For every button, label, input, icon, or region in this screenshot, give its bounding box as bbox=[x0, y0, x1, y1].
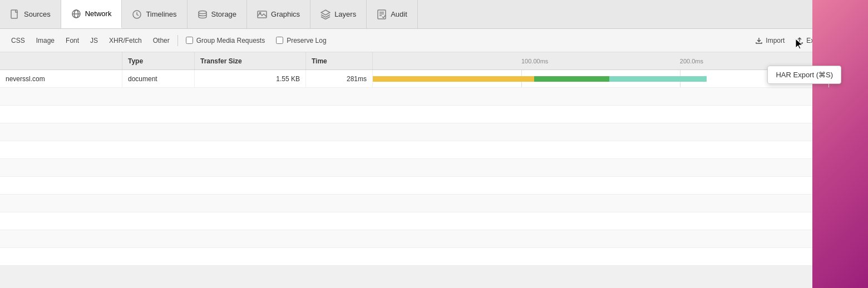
tab-storage[interactable]: Storage bbox=[188, 0, 248, 28]
row-size: 1.55 KB bbox=[195, 70, 306, 87]
filter-other[interactable]: Other bbox=[147, 34, 175, 47]
clock-icon bbox=[132, 9, 142, 19]
image-icon bbox=[257, 9, 267, 19]
filter-xhr[interactable]: XHR/Fetch bbox=[103, 34, 147, 47]
layers-icon bbox=[320, 9, 331, 19]
import-button[interactable]: Import bbox=[749, 34, 790, 47]
col-header-type[interactable]: Type bbox=[122, 52, 195, 69]
empty-row bbox=[0, 106, 868, 123]
tab-timelines-label: Timelines bbox=[146, 10, 176, 18]
tab-graphics-label: Graphics bbox=[271, 10, 300, 18]
empty-row bbox=[0, 230, 868, 248]
empty-row bbox=[0, 159, 868, 177]
tab-sources-label: Sources bbox=[24, 10, 51, 18]
timeline-bars bbox=[373, 76, 707, 82]
svg-marker-8 bbox=[321, 10, 330, 15]
table-header: Type Transfer Size Time 100.00ms 200.0ms bbox=[0, 52, 868, 70]
tab-timelines[interactable]: Timelines bbox=[122, 0, 187, 28]
file-icon bbox=[10, 9, 20, 19]
preserve-log-checkbox[interactable] bbox=[276, 37, 283, 44]
col-header-size[interactable]: Transfer Size bbox=[195, 52, 306, 69]
empty-row bbox=[0, 123, 868, 141]
storage-icon bbox=[198, 9, 208, 19]
empty-row bbox=[0, 195, 868, 212]
svg-rect-0 bbox=[11, 10, 17, 18]
empty-row bbox=[0, 88, 868, 106]
tab-audit-label: Audit bbox=[391, 10, 407, 18]
svg-point-5 bbox=[199, 11, 206, 13]
right-gradient-panel bbox=[812, 0, 868, 288]
group-media-checkbox-label[interactable]: Group Media Requests bbox=[180, 34, 270, 47]
timeline-marker-1: 100.00ms bbox=[521, 58, 548, 64]
row-name: neverssl.com bbox=[0, 70, 122, 87]
empty-row bbox=[0, 248, 868, 266]
tab-spacer bbox=[418, 0, 820, 28]
group-media-checkbox[interactable] bbox=[186, 37, 193, 44]
tab-network-label: Network bbox=[85, 9, 112, 18]
bar-teal bbox=[609, 76, 707, 82]
tab-layers-label: Layers bbox=[334, 10, 356, 18]
empty-row bbox=[0, 177, 868, 195]
timeline-marker-2: 200.0ms bbox=[680, 58, 703, 64]
filter-js[interactable]: JS bbox=[85, 34, 103, 47]
cursor-icon bbox=[795, 38, 805, 51]
filter-separator bbox=[177, 35, 178, 46]
svg-rect-9 bbox=[378, 10, 386, 19]
empty-row bbox=[0, 141, 868, 159]
row-time: 281ms bbox=[306, 70, 373, 87]
har-export-tooltip: HAR Export (⌘S) bbox=[767, 66, 841, 84]
col-header-time[interactable]: Time bbox=[306, 52, 373, 69]
tab-layers[interactable]: Layers bbox=[310, 0, 367, 28]
bar-green bbox=[534, 76, 609, 82]
table-row[interactable]: neverssl.com document 1.55 KB 281ms bbox=[0, 70, 868, 88]
filter-font[interactable]: Font bbox=[60, 34, 85, 47]
col-header-name bbox=[0, 52, 122, 69]
table-body: neverssl.com document 1.55 KB 281ms bbox=[0, 70, 868, 288]
audit-icon bbox=[377, 9, 387, 19]
tab-graphics[interactable]: Graphics bbox=[247, 0, 310, 28]
filter-image[interactable]: Image bbox=[31, 34, 60, 47]
empty-row bbox=[0, 212, 868, 230]
network-icon bbox=[71, 9, 81, 19]
tab-network[interactable]: Network bbox=[61, 0, 122, 28]
tab-audit[interactable]: Audit bbox=[367, 0, 418, 28]
tab-storage-label: Storage bbox=[211, 10, 237, 18]
row-type: document bbox=[122, 70, 195, 87]
cursor bbox=[795, 38, 801, 48]
filter-bar: CSS Image Font JS XHR/Fetch Other Group … bbox=[0, 29, 868, 52]
tab-bar: Sources Network Timelines Storage Graphi… bbox=[0, 0, 868, 29]
import-icon bbox=[755, 37, 763, 44]
bar-yellow bbox=[373, 76, 534, 82]
filter-css[interactable]: CSS bbox=[6, 34, 31, 47]
preserve-log-checkbox-label[interactable]: Preserve Log bbox=[270, 34, 332, 47]
tab-sources[interactable]: Sources bbox=[0, 0, 61, 28]
